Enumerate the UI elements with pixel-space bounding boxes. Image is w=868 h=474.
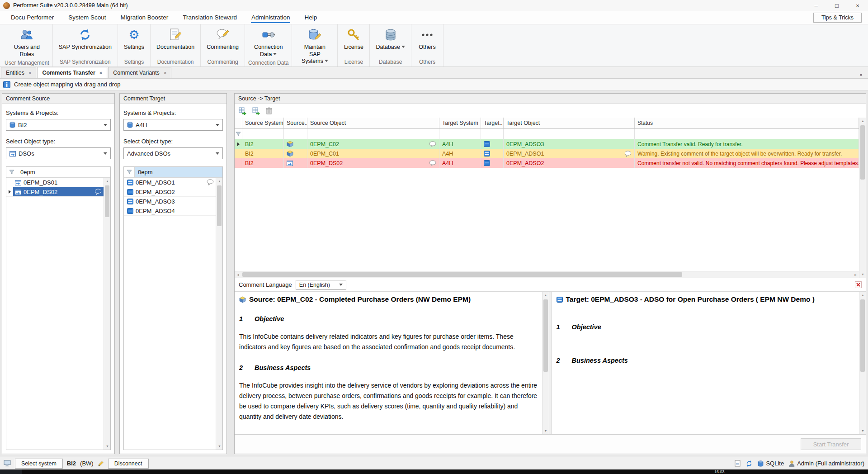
source-filter-input[interactable]: 0epm (17, 167, 110, 177)
refresh-icon[interactable] (745, 460, 753, 467)
comment-language-select[interactable]: En (English) (296, 280, 346, 290)
settings-button[interactable]: ⚙ Settings (121, 26, 147, 52)
column-header[interactable]: Target... (481, 118, 504, 128)
list-item[interactable]: 0EPM_DS01 (6, 178, 104, 187)
tab-comment-variants[interactable]: Comment Variants × (108, 67, 171, 78)
menu-help[interactable]: Help (297, 11, 324, 24)
mapping-row-warning[interactable]: BI2 0EPM_C01 A4H 0EPM_ADSO1 Warning. Exi… (235, 149, 859, 158)
target-filter-input[interactable]: 0epm (135, 167, 222, 177)
filter-funnel-icon[interactable] (124, 167, 135, 177)
edit-pencil-icon[interactable] (98, 460, 104, 467)
tab-comments-transfer[interactable]: Comments Transfer × (37, 67, 107, 78)
report-page-icon[interactable] (735, 460, 741, 467)
column-header[interactable]: Source System (242, 118, 284, 128)
section-heading: Business Aspects (572, 357, 628, 364)
source-system-select[interactable]: BI2 (6, 119, 111, 131)
target-object-list: 0epm 0EPM_ADSO1 (123, 166, 223, 450)
list-item-selected[interactable]: 0EPM_DS02 (6, 187, 104, 197)
tab-entities[interactable]: Entities × (1, 67, 36, 78)
menu-system-scout[interactable]: System Scout (61, 11, 113, 24)
commenting-button[interactable]: Commenting (204, 26, 241, 52)
scroll-up-icon[interactable]: ▲ (859, 118, 866, 124)
scrollbar-vertical[interactable]: ▲ ▼ (542, 292, 549, 434)
target-object-type-select[interactable]: Advanced DSOs (123, 147, 223, 159)
connection-data-button[interactable]: Connection Data (249, 26, 288, 59)
windows-taskbar[interactable]: 16:03 (0, 469, 868, 474)
scrollbar-vertical[interactable]: ▲ ▼ (859, 292, 866, 434)
menu-migration-booster[interactable]: Migration Booster (113, 11, 176, 24)
filter-cell[interactable] (307, 129, 439, 139)
target-system-select[interactable]: A4H (123, 119, 223, 131)
others-button[interactable]: Others (415, 26, 440, 52)
tab-close-icon[interactable]: × (28, 70, 31, 76)
ribbon: Users and Roles User Management SAP Sync… (0, 24, 868, 67)
mapping-panel: Source -> Target Source System Source...… (234, 93, 866, 454)
column-header[interactable]: Target System (439, 118, 481, 128)
transfer-selected-button[interactable] (239, 107, 247, 115)
transfer-all-button[interactable] (252, 107, 260, 115)
list-item[interactable]: 0EPM_ADSO4 (124, 206, 216, 216)
column-header[interactable]: Status (635, 118, 859, 128)
scroll-down-icon[interactable]: ▼ (542, 427, 549, 434)
source-object-type-select[interactable]: DSOs (6, 147, 111, 159)
maximize-button[interactable]: □ (826, 0, 847, 11)
menu-docu-performer[interactable]: Docu Performer (4, 11, 61, 24)
minimize-button[interactable]: – (806, 0, 826, 11)
scroll-up-icon[interactable]: ▲ (216, 178, 222, 185)
filter-funnel-icon[interactable] (6, 167, 17, 177)
scroll-up-icon[interactable]: ▲ (542, 292, 549, 299)
list-item[interactable]: 0EPM_ADSO2 (124, 187, 216, 197)
documentation-button[interactable]: Documentation (154, 26, 197, 52)
list-item[interactable]: 0EPM_ADSO1 (124, 178, 216, 187)
disconnect-button[interactable]: Disconnect (108, 459, 149, 469)
filter-funnel-icon[interactable] (235, 129, 242, 139)
filter-cell[interactable] (439, 129, 481, 139)
object-name: 0EPM_ADSO4 (136, 208, 175, 214)
filter-cell[interactable] (481, 129, 504, 139)
filter-cell[interactable] (635, 129, 859, 139)
start-transfer-button[interactable]: Start Transfer (801, 438, 861, 450)
users-and-roles-button[interactable]: Users and Roles (10, 26, 43, 59)
system-db-icon (9, 122, 15, 128)
comment-target-panel: Comment Target Systems & Projects: A4H S… (119, 93, 227, 454)
close-tab-strip-icon[interactable]: × (855, 72, 867, 78)
column-header[interactable]: Source Object (307, 118, 439, 128)
scroll-down-icon[interactable]: ▼ (859, 271, 866, 278)
filter-cell[interactable] (242, 129, 284, 139)
scroll-left-icon[interactable]: ◄ (235, 271, 241, 278)
scroll-up-icon[interactable]: ▲ (859, 292, 866, 299)
scroll-right-icon[interactable]: ► (852, 271, 859, 278)
preview-splitter[interactable] (549, 292, 552, 434)
tips-tricks-button[interactable]: Tips & Tricks (813, 13, 862, 23)
scrollbar-vertical[interactable]: ▲ ▼ (104, 178, 110, 450)
start-button[interactable] (0, 469, 22, 474)
document-pencil-icon (169, 28, 182, 42)
scrollbar-vertical[interactable]: ▲ ▼ (859, 118, 866, 278)
column-header[interactable]: Target Object (504, 118, 635, 128)
menu-administration[interactable]: Administration (244, 11, 297, 24)
scroll-down-icon[interactable]: ▼ (859, 427, 866, 434)
list-item[interactable]: 0EPM_ADSO3 (124, 197, 216, 206)
tab-close-icon[interactable]: × (99, 70, 102, 76)
close-preview-button[interactable] (855, 281, 862, 288)
scrollbar-horizontal[interactable]: ◄ ► (235, 271, 859, 278)
menu-translation-steward[interactable]: Translation Steward (175, 11, 244, 24)
scroll-up-icon[interactable]: ▲ (104, 178, 110, 185)
maintain-sap-systems-button[interactable]: Maintain SAP Systems (295, 26, 334, 66)
scrollbar-vertical[interactable]: ▲ ▼ (216, 178, 222, 450)
mapping-row-valid[interactable]: BI2 0EPM_C02 A4H 0EPM_ADSO3 Comment Tran… (235, 139, 859, 149)
select-system-button[interactable]: Select system (15, 459, 63, 469)
scroll-down-icon[interactable]: ▼ (216, 443, 222, 450)
scroll-down-icon[interactable]: ▼ (104, 443, 110, 450)
database-button[interactable]: Database (373, 26, 408, 52)
filter-cell[interactable] (504, 129, 635, 139)
filter-cell[interactable] (284, 129, 307, 139)
close-button[interactable]: × (847, 0, 868, 11)
mapping-row-error[interactable]: BI2 0EPM_DS02 A4H 0EPM_ADSO2 Comment tra… (235, 158, 859, 168)
column-header[interactable]: Source... (284, 118, 307, 128)
license-button[interactable]: License (341, 26, 366, 52)
sap-synchronization-button[interactable]: SAP Synchronization (56, 26, 114, 52)
delete-mapping-button[interactable] (266, 107, 272, 114)
tab-close-icon[interactable]: × (164, 70, 166, 76)
dso-icon (15, 180, 21, 185)
